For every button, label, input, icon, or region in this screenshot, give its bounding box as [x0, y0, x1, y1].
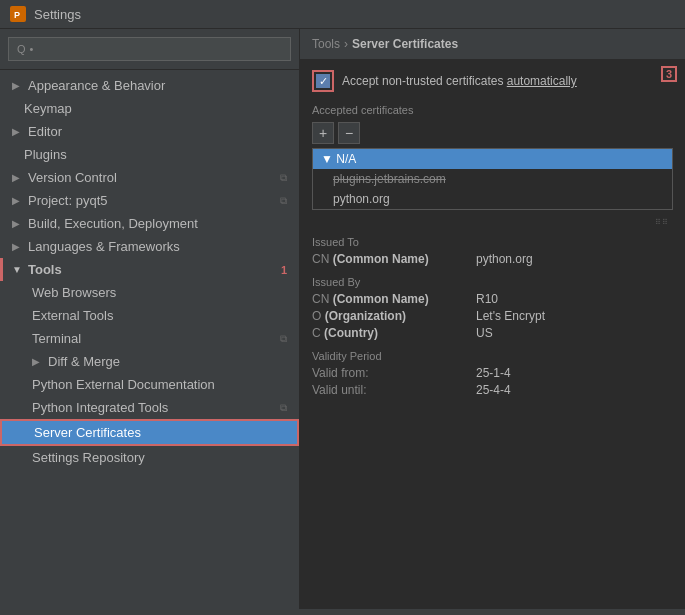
chevron-right-icon: ▶ — [12, 195, 22, 206]
sidebar-item-keymap[interactable]: Keymap — [0, 97, 299, 120]
sidebar-item-plugins[interactable]: Plugins — [0, 143, 299, 166]
accept-certs-row: ✓ Accept non-trusted certificates automa… — [312, 70, 673, 92]
detail-row-valid-from: Valid from: 25-1-4 — [312, 366, 673, 380]
breadcrumb-parent: Tools — [312, 37, 340, 51]
right-panel: Tools › Server Certificates ✓ Accept non… — [300, 29, 685, 609]
detail-value-by-cn: R10 — [476, 292, 498, 306]
sidebar-item-terminal[interactable]: Terminal ⧉ — [0, 327, 299, 350]
chevron-down-icon: ▼ — [12, 264, 22, 275]
nav-tree: ▶ Appearance & Behavior Keymap ▶ Editor … — [0, 70, 299, 609]
detail-key-by-o-bold: (Organization) — [325, 309, 406, 323]
sidebar-item-build[interactable]: ▶ Build, Execution, Deployment — [0, 212, 299, 235]
validity-label: Validity Period — [312, 350, 673, 362]
detail-key-valid-until: Valid until: — [312, 383, 472, 397]
accept-certs-checkbox[interactable]: ✓ — [316, 74, 330, 88]
detail-value-valid-until: 25-4-4 — [476, 383, 511, 397]
remove-cert-button[interactable]: − — [338, 122, 360, 144]
sidebar-item-label: Python External Documentation — [32, 377, 287, 392]
sidebar-item-project[interactable]: ▶ Project: pyqt5 ⧉ — [0, 189, 299, 212]
detail-value-valid-from: 25-1-4 — [476, 366, 511, 380]
detail-value-by-o: Let's Encrypt — [476, 309, 545, 323]
titlebar: P Settings — [0, 0, 685, 29]
sidebar-item-python-ext-doc[interactable]: Python External Documentation — [0, 373, 299, 396]
detail-row-by-c: C (Country) US — [312, 326, 673, 340]
sidebar-item-python-int-tools[interactable]: Python Integrated Tools ⧉ — [0, 396, 299, 419]
svg-text:P: P — [14, 10, 20, 20]
issued-by-label: Issued By — [312, 276, 673, 288]
search-icon: Q — [17, 43, 26, 55]
sidebar-item-label: Keymap — [24, 101, 287, 116]
sidebar-item-diff-merge[interactable]: ▶ Diff & Merge — [0, 350, 299, 373]
sidebar-item-server-certs[interactable]: Server Certificates 2 — [0, 419, 299, 446]
cert-toolbar: + − — [312, 122, 673, 144]
sidebar-item-label: Project: pyqt5 — [28, 193, 108, 208]
sidebar-item-settings-repo[interactable]: Settings Repository — [0, 446, 299, 469]
sidebar-item-version-control[interactable]: ▶ Version Control ⧉ — [0, 166, 299, 189]
search-box[interactable]: Q • — [0, 29, 299, 70]
cert-item-jetbrains[interactable]: plugins.jetbrains.com — [313, 169, 672, 189]
right-content: ✓ Accept non-trusted certificates automa… — [300, 60, 685, 609]
chevron-right-icon: ▶ — [12, 80, 22, 91]
sidebar-item-label: Diff & Merge — [48, 354, 287, 369]
detail-key-cn-bold: (Common Name) — [333, 252, 429, 266]
cert-name: plugins.jetbrains.com — [333, 172, 446, 186]
sidebar-item-external-tools[interactable]: External Tools — [0, 304, 299, 327]
detail-row-valid-until: Valid until: 25-4-4 — [312, 383, 673, 397]
checkmark-icon: ✓ — [319, 75, 328, 88]
sidebar-item-languages[interactable]: ▶ Languages & Frameworks — [0, 235, 299, 258]
sidebar-item-label: Build, Execution, Deployment — [28, 216, 287, 231]
breadcrumb: Tools › Server Certificates — [300, 29, 685, 60]
search-input[interactable] — [37, 42, 282, 56]
cert-group-header[interactable]: ▼ N/A — [313, 149, 672, 169]
resize-handle[interactable]: ⠿⠿ — [312, 218, 673, 226]
cert-details: Issued To CN (Common Name) python.org Is… — [312, 236, 673, 397]
cert-item-python[interactable]: python.org — [313, 189, 672, 209]
cert-list: ▼ N/A plugins.jetbrains.com python.org — [312, 148, 673, 210]
sidebar-item-label: Terminal — [32, 331, 274, 346]
chevron-right-icon: ▶ — [12, 241, 22, 252]
sidebar-item-tools[interactable]: ▼ Tools 1 — [0, 258, 299, 281]
copy-icon: ⧉ — [280, 402, 287, 414]
detail-key-valid-from: Valid from: — [312, 366, 472, 380]
detail-row-cn: CN (Common Name) python.org — [312, 252, 673, 266]
left-panel: Q • ▶ Appearance & Behavior Keymap ▶ Edi… — [0, 29, 300, 609]
chevron-right-icon: ▶ — [32, 356, 42, 367]
sidebar-item-label: Web Browsers — [32, 285, 287, 300]
sidebar-item-appearance[interactable]: ▶ Appearance & Behavior — [0, 74, 299, 97]
badge-1: 1 — [281, 264, 287, 276]
cert-name: python.org — [333, 192, 390, 206]
sidebar-item-label: Server Certificates — [34, 425, 285, 440]
detail-key-by-cn: CN (Common Name) — [312, 292, 472, 306]
detail-value-by-c: US — [476, 326, 493, 340]
sidebar-item-editor[interactable]: ▶ Editor — [0, 120, 299, 143]
search-dot: • — [30, 43, 34, 55]
app-title: Settings — [34, 7, 81, 22]
sidebar-item-label: Appearance & Behavior — [28, 78, 287, 93]
sidebar-item-web-browsers[interactable]: Web Browsers — [0, 281, 299, 304]
add-cert-button[interactable]: + — [312, 122, 334, 144]
checkbox-wrapper: ✓ — [312, 70, 334, 92]
main-layout: Q • ▶ Appearance & Behavior Keymap ▶ Edi… — [0, 29, 685, 609]
detail-value-cn: python.org — [476, 252, 533, 266]
breadcrumb-separator: › — [344, 37, 348, 51]
sidebar-item-label: Settings Repository — [32, 450, 287, 465]
detail-row-by-o: O (Organization) Let's Encrypt — [312, 309, 673, 323]
detail-key-by-o: O (Organization) — [312, 309, 472, 323]
sidebar-item-label: Languages & Frameworks — [28, 239, 287, 254]
issued-to-label: Issued To — [312, 236, 673, 248]
copy-icon: ⧉ — [280, 333, 287, 345]
chevron-right-icon: ▶ — [12, 218, 22, 229]
detail-key-cn: CN (Common Name) — [312, 252, 472, 266]
sidebar-item-label: Tools — [28, 262, 271, 277]
search-wrapper: Q • — [8, 37, 291, 61]
sidebar-item-label: Python Integrated Tools — [32, 400, 274, 415]
accept-certs-label: Accept non-trusted certificates automati… — [342, 74, 577, 88]
detail-key-by-cn-bold: (Common Name) — [333, 292, 429, 306]
copy-icon: ⧉ — [280, 195, 287, 207]
detail-key-by-c: C (Country) — [312, 326, 472, 340]
chevron-right-icon: ▶ — [12, 172, 22, 183]
sidebar-item-label: Version Control — [28, 170, 117, 185]
copy-icon: ⧉ — [280, 172, 287, 184]
accepted-certs-label: Accepted certificates — [312, 104, 673, 116]
detail-row-by-cn: CN (Common Name) R10 — [312, 292, 673, 306]
